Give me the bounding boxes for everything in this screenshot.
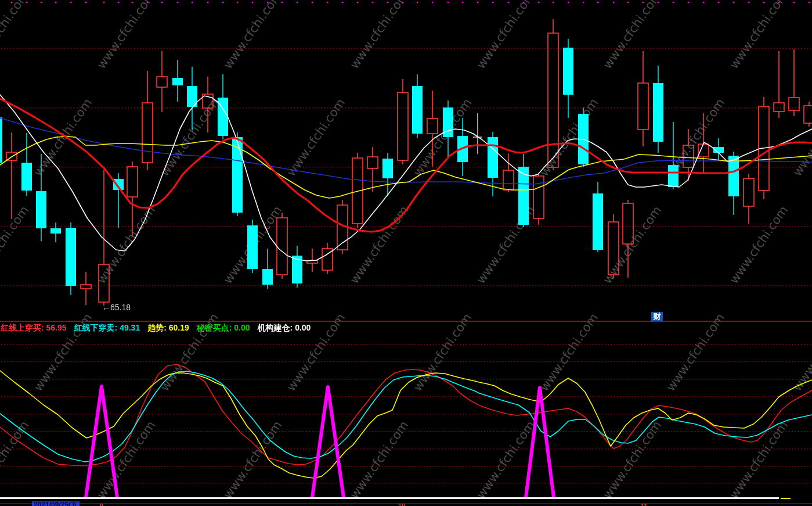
finance-badge-icon[interactable]: 财: [651, 312, 663, 321]
indicator-item: 红线上穿买: 56.95: [1, 323, 67, 333]
month-tick-label: 9: [100, 503, 103, 506]
low-price-annotation: ←65.18: [102, 303, 131, 312]
indicator-item: 红线下穿卖: 49.31: [74, 323, 140, 333]
trading-app-window: 红线上穿买: 56.95红线下穿卖: 49.31趋势: 60.19秘密买点: 0…: [0, 0, 812, 506]
indicator-item: 机构建仓: 0.00: [258, 323, 311, 333]
date-axis-cell[interactable]: 2021/09/25(五: [32, 501, 80, 506]
indicator-item: 秘密买点: 0.00: [197, 323, 250, 333]
month-tick-label: 10: [398, 503, 405, 506]
indicator-item: 趋势: 60.19: [147, 323, 189, 333]
month-tick-label: 11: [641, 503, 648, 506]
indicator-text-bar: 红线上穿买: 56.95红线下穿卖: 49.31趋势: 60.19秘密买点: 0…: [1, 323, 311, 333]
chart-canvas[interactable]: [0, 0, 812, 506]
